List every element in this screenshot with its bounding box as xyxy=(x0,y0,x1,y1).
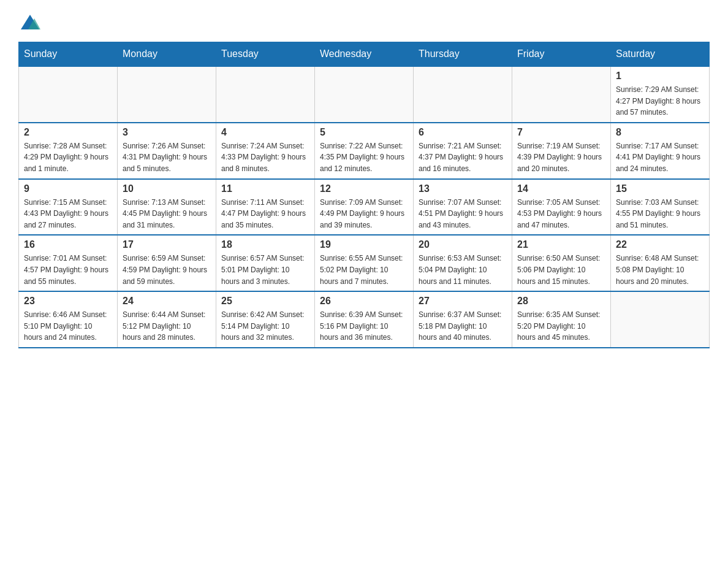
day-info: Sunrise: 7:24 AM Sunset: 4:33 PM Dayligh… xyxy=(221,140,309,175)
calendar-cell: 15Sunrise: 7:03 AM Sunset: 4:55 PM Dayli… xyxy=(611,179,710,236)
day-info: Sunrise: 6:35 AM Sunset: 5:20 PM Dayligh… xyxy=(517,309,605,343)
week-row-4: 16Sunrise: 7:01 AM Sunset: 4:57 PM Dayli… xyxy=(19,235,710,291)
calendar-header: SundayMondayTuesdayWednesdayThursdayFrid… xyxy=(19,42,710,67)
calendar-cell: 12Sunrise: 7:09 AM Sunset: 4:49 PM Dayli… xyxy=(315,179,414,236)
day-info: Sunrise: 7:26 AM Sunset: 4:31 PM Dayligh… xyxy=(123,140,211,175)
week-row-3: 9Sunrise: 7:15 AM Sunset: 4:43 PM Daylig… xyxy=(19,179,710,236)
week-row-5: 23Sunrise: 6:46 AM Sunset: 5:10 PM Dayli… xyxy=(19,291,710,348)
header-day-saturday: Saturday xyxy=(611,42,710,67)
day-info: Sunrise: 7:29 AM Sunset: 4:27 PM Dayligh… xyxy=(616,84,704,118)
logo-icon xyxy=(18,12,42,36)
day-number: 25 xyxy=(221,296,309,307)
calendar-cell: 11Sunrise: 7:11 AM Sunset: 4:47 PM Dayli… xyxy=(216,179,315,236)
calendar-cell: 17Sunrise: 6:59 AM Sunset: 4:59 PM Dayli… xyxy=(118,235,216,291)
calendar-table: SundayMondayTuesdayWednesdayThursdayFrid… xyxy=(18,42,710,348)
day-number: 20 xyxy=(419,239,507,250)
day-number: 11 xyxy=(221,183,309,194)
day-number: 5 xyxy=(320,127,408,138)
calendar-cell: 10Sunrise: 7:13 AM Sunset: 4:45 PM Dayli… xyxy=(118,179,216,236)
day-info: Sunrise: 7:28 AM Sunset: 4:29 PM Dayligh… xyxy=(24,140,112,175)
header-row: SundayMondayTuesdayWednesdayThursdayFrid… xyxy=(19,42,710,67)
calendar-cell: 24Sunrise: 6:44 AM Sunset: 5:12 PM Dayli… xyxy=(118,291,216,348)
calendar-cell xyxy=(611,291,710,348)
calendar-cell: 8Sunrise: 7:17 AM Sunset: 4:41 PM Daylig… xyxy=(611,123,710,179)
day-number: 22 xyxy=(616,239,704,250)
calendar-cell xyxy=(19,66,118,123)
calendar-cell: 14Sunrise: 7:05 AM Sunset: 4:53 PM Dayli… xyxy=(512,179,611,236)
day-info: Sunrise: 7:07 AM Sunset: 4:51 PM Dayligh… xyxy=(419,197,507,231)
page-header xyxy=(18,12,710,36)
day-info: Sunrise: 7:21 AM Sunset: 4:37 PM Dayligh… xyxy=(419,140,507,175)
day-info: Sunrise: 7:19 AM Sunset: 4:39 PM Dayligh… xyxy=(517,140,605,175)
calendar-cell: 26Sunrise: 6:39 AM Sunset: 5:16 PM Dayli… xyxy=(315,291,414,348)
day-number: 2 xyxy=(24,127,112,138)
calendar-cell: 3Sunrise: 7:26 AM Sunset: 4:31 PM Daylig… xyxy=(118,123,216,179)
day-info: Sunrise: 7:09 AM Sunset: 4:49 PM Dayligh… xyxy=(320,197,408,231)
day-info: Sunrise: 7:13 AM Sunset: 4:45 PM Dayligh… xyxy=(123,197,211,231)
day-info: Sunrise: 6:46 AM Sunset: 5:10 PM Dayligh… xyxy=(24,309,112,343)
calendar-cell xyxy=(118,66,216,123)
day-number: 12 xyxy=(320,183,408,194)
day-number: 27 xyxy=(419,296,507,307)
day-info: Sunrise: 7:17 AM Sunset: 4:41 PM Dayligh… xyxy=(616,140,704,175)
header-day-monday: Monday xyxy=(118,42,216,67)
header-day-friday: Friday xyxy=(512,42,611,67)
calendar-cell: 19Sunrise: 6:55 AM Sunset: 5:02 PM Dayli… xyxy=(315,235,414,291)
day-number: 23 xyxy=(24,296,112,307)
calendar-cell xyxy=(414,66,512,123)
day-number: 14 xyxy=(517,183,605,194)
day-number: 24 xyxy=(123,296,211,307)
logo xyxy=(18,12,42,36)
header-day-tuesday: Tuesday xyxy=(216,42,315,67)
week-row-1: 1Sunrise: 7:29 AM Sunset: 4:27 PM Daylig… xyxy=(19,66,710,123)
day-number: 10 xyxy=(123,183,211,194)
calendar-cell xyxy=(216,66,315,123)
calendar-cell xyxy=(512,66,611,123)
day-info: Sunrise: 6:59 AM Sunset: 4:59 PM Dayligh… xyxy=(123,253,211,287)
day-info: Sunrise: 6:50 AM Sunset: 5:06 PM Dayligh… xyxy=(517,253,605,287)
day-info: Sunrise: 6:57 AM Sunset: 5:01 PM Dayligh… xyxy=(221,253,309,287)
calendar-cell xyxy=(315,66,414,123)
day-info: Sunrise: 7:22 AM Sunset: 4:35 PM Dayligh… xyxy=(320,140,408,175)
calendar-cell: 21Sunrise: 6:50 AM Sunset: 5:06 PM Dayli… xyxy=(512,235,611,291)
day-info: Sunrise: 7:15 AM Sunset: 4:43 PM Dayligh… xyxy=(24,197,112,231)
calendar-cell: 23Sunrise: 6:46 AM Sunset: 5:10 PM Dayli… xyxy=(19,291,118,348)
day-info: Sunrise: 6:37 AM Sunset: 5:18 PM Dayligh… xyxy=(419,309,507,343)
day-number: 7 xyxy=(517,127,605,138)
calendar-cell: 16Sunrise: 7:01 AM Sunset: 4:57 PM Dayli… xyxy=(19,235,118,291)
day-info: Sunrise: 6:48 AM Sunset: 5:08 PM Dayligh… xyxy=(616,253,704,287)
day-number: 9 xyxy=(24,183,112,194)
calendar-cell: 27Sunrise: 6:37 AM Sunset: 5:18 PM Dayli… xyxy=(414,291,512,348)
day-number: 19 xyxy=(320,239,408,250)
day-number: 26 xyxy=(320,296,408,307)
day-info: Sunrise: 7:01 AM Sunset: 4:57 PM Dayligh… xyxy=(24,253,112,287)
calendar-cell: 6Sunrise: 7:21 AM Sunset: 4:37 PM Daylig… xyxy=(414,123,512,179)
day-number: 6 xyxy=(419,127,507,138)
calendar-cell: 4Sunrise: 7:24 AM Sunset: 4:33 PM Daylig… xyxy=(216,123,315,179)
day-number: 8 xyxy=(616,127,704,138)
header-day-wednesday: Wednesday xyxy=(315,42,414,67)
calendar-cell: 18Sunrise: 6:57 AM Sunset: 5:01 PM Dayli… xyxy=(216,235,315,291)
day-number: 16 xyxy=(24,239,112,250)
day-info: Sunrise: 6:53 AM Sunset: 5:04 PM Dayligh… xyxy=(419,253,507,287)
day-info: Sunrise: 6:42 AM Sunset: 5:14 PM Dayligh… xyxy=(221,309,309,343)
calendar-cell: 2Sunrise: 7:28 AM Sunset: 4:29 PM Daylig… xyxy=(19,123,118,179)
day-number: 28 xyxy=(517,296,605,307)
day-number: 15 xyxy=(616,183,704,194)
day-number: 3 xyxy=(123,127,211,138)
calendar-cell: 9Sunrise: 7:15 AM Sunset: 4:43 PM Daylig… xyxy=(19,179,118,236)
day-info: Sunrise: 7:11 AM Sunset: 4:47 PM Dayligh… xyxy=(221,197,309,231)
calendar-cell: 5Sunrise: 7:22 AM Sunset: 4:35 PM Daylig… xyxy=(315,123,414,179)
calendar-cell: 25Sunrise: 6:42 AM Sunset: 5:14 PM Dayli… xyxy=(216,291,315,348)
day-info: Sunrise: 6:44 AM Sunset: 5:12 PM Dayligh… xyxy=(123,309,211,343)
day-number: 4 xyxy=(221,127,309,138)
calendar-body: 1Sunrise: 7:29 AM Sunset: 4:27 PM Daylig… xyxy=(19,66,710,348)
day-info: Sunrise: 7:03 AM Sunset: 4:55 PM Dayligh… xyxy=(616,197,704,231)
day-info: Sunrise: 7:05 AM Sunset: 4:53 PM Dayligh… xyxy=(517,197,605,231)
calendar-cell: 22Sunrise: 6:48 AM Sunset: 5:08 PM Dayli… xyxy=(611,235,710,291)
calendar-cell: 20Sunrise: 6:53 AM Sunset: 5:04 PM Dayli… xyxy=(414,235,512,291)
calendar-cell: 13Sunrise: 7:07 AM Sunset: 4:51 PM Dayli… xyxy=(414,179,512,236)
day-number: 17 xyxy=(123,239,211,250)
day-info: Sunrise: 6:55 AM Sunset: 5:02 PM Dayligh… xyxy=(320,253,408,287)
day-info: Sunrise: 6:39 AM Sunset: 5:16 PM Dayligh… xyxy=(320,309,408,343)
